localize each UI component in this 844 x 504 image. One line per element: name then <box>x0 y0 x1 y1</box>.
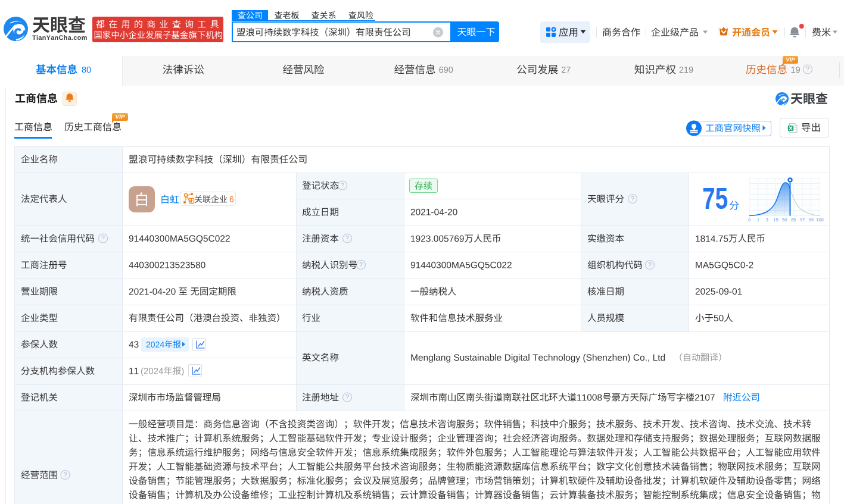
svg-text:?: ? <box>341 181 344 189</box>
svg-text:?: ? <box>345 234 349 242</box>
svg-text:?: ? <box>648 261 652 268</box>
svg-text:85: 85 <box>791 217 796 223</box>
svg-text:?: ? <box>64 471 67 478</box>
svg-text:?: ? <box>345 393 349 400</box>
svg-text:?: ? <box>631 195 634 202</box>
svg-text:?: ? <box>806 65 809 73</box>
svg-text:?: ? <box>101 234 105 242</box>
svg-text:75: 75 <box>702 182 728 215</box>
svg-text:0: 0 <box>748 217 750 223</box>
svg-text:100: 100 <box>816 217 824 223</box>
svg-text:50: 50 <box>782 217 787 223</box>
svg-text:1: 1 <box>757 217 759 223</box>
svg-text:97: 97 <box>800 217 805 223</box>
svg-text:?: ? <box>359 261 363 268</box>
svg-text:3: 3 <box>766 217 768 223</box>
svg-text:15: 15 <box>773 217 778 223</box>
svg-text:99: 99 <box>809 217 814 223</box>
